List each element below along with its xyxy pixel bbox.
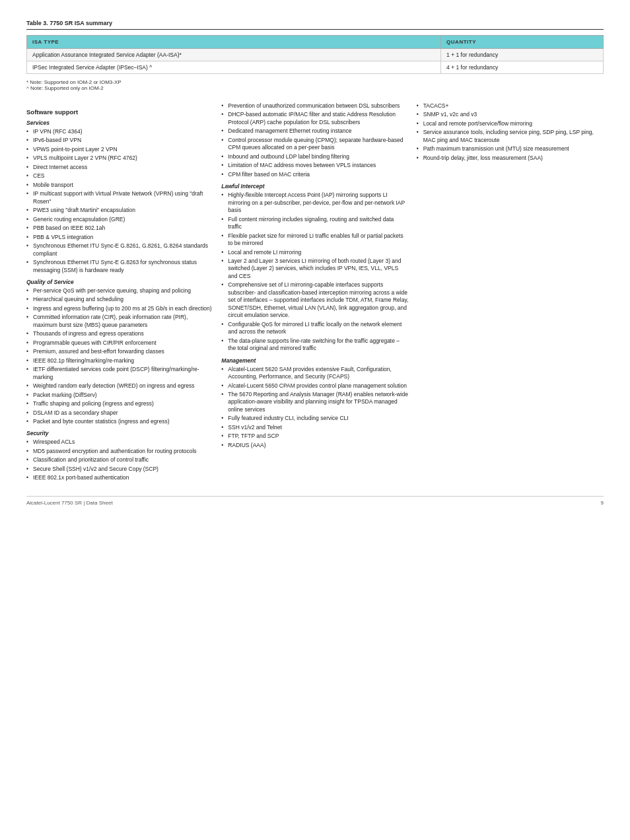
- list-item: Flexible packet size for mirrored LI tra…: [221, 232, 408, 248]
- list-item: Limitation of MAC address moves between …: [221, 161, 408, 170]
- list-item: SNMP v1, v2c and v3: [417, 110, 604, 119]
- list-item: IETF differentiated services code point …: [26, 365, 213, 382]
- list-item: Traffic shaping and policing (ingress an…: [26, 400, 213, 408]
- list-item: IEEE 802.1x port-based authentication: [26, 473, 213, 482]
- footer: Alcatel-Lucent 7750 SR | Data Sheet 9: [26, 496, 604, 506]
- list-item: Committed information rate (CIR), peak i…: [26, 313, 213, 330]
- list-item: Packet and byte counter statistics (ingr…: [26, 417, 213, 426]
- list-item: Weighted random early detection (WRED) o…: [26, 382, 213, 390]
- list-item: Alcatel-Lucent 5620 SAM provides extensi…: [221, 365, 408, 382]
- list-item: The 5670 Reporting and Analysis Manager …: [221, 390, 408, 414]
- list-item: Full content mirroring includes signalin…: [221, 215, 408, 232]
- list-item: Fully featured industry CLI, including s…: [221, 414, 408, 423]
- list-item: Local and remote port/service/flow mirro…: [417, 120, 604, 128]
- col2: Prevention of unauthorized communication…: [221, 102, 408, 483]
- list-item: IP multicast support with Virtual Privat…: [26, 190, 213, 206]
- list-item: Classification and prioritization of con…: [26, 456, 213, 464]
- list-item: Secure Shell (SSH) v1/v2 and Secure Copy…: [26, 465, 213, 473]
- list-item: CPM filter based on MAC criteria: [221, 170, 408, 179]
- list-item: Wirespeed ACLs: [26, 438, 213, 446]
- list-item: Comprehensive set of LI mirroring-capabl…: [221, 281, 408, 320]
- list-item: Packet marking (DiffServ): [26, 391, 213, 400]
- list-item: Premium, assured and best-effort forward…: [26, 347, 213, 356]
- bullet-list: Prevention of unauthorized communication…: [221, 102, 408, 179]
- list-item: Per-service QoS with per-service queuing…: [26, 287, 213, 295]
- subsection-title: Services: [26, 120, 213, 126]
- list-item: Hierarchical queuing and scheduling: [26, 295, 213, 304]
- subsection-title: Quality of Service: [26, 279, 213, 285]
- bullet-list: Wirespeed ACLsMD5 password encryption an…: [26, 438, 213, 482]
- list-item: Mobile transport: [26, 181, 213, 190]
- list-item: Inbound and outbound LDP label binding f…: [221, 153, 408, 161]
- list-item: Highly-flexible Intercept Access Point (…: [221, 191, 408, 215]
- bullet-list: Per-service QoS with per-service queuing…: [26, 287, 213, 427]
- col1: Software support ServicesIP VPN (RFC 436…: [26, 102, 213, 483]
- list-item: Generic routing encapsulation (GRE): [26, 215, 213, 224]
- list-item: CES: [26, 172, 213, 180]
- list-item: TACACS+: [417, 102, 604, 110]
- col3: TACACS+SNMP v1, v2c and v3Local and remo…: [417, 102, 604, 483]
- table-notes: * Note: Supported on IOM-2 or IOM3-XP^ N…: [26, 79, 604, 91]
- list-item: Dedicated management Ethernet routing in…: [221, 127, 408, 135]
- software-support-title: Software support: [26, 108, 213, 116]
- table-cell: 4 + 1 for redundancy: [441, 61, 604, 74]
- col-quantity: QUANTITY: [441, 36, 604, 49]
- footer-page: 9: [601, 500, 604, 506]
- list-item: Layer 2 and Layer 3 services LI mirrorin…: [221, 257, 408, 281]
- list-item: VPWS point-to-point Layer 2 VPN: [26, 145, 213, 154]
- list-item: RADIUS (AAA): [221, 441, 408, 450]
- list-item: Round-trip delay, jitter, loss measureme…: [417, 154, 604, 162]
- bullet-list: IP VPN (RFC 4364)IPv6-based IP VPNVPWS p…: [26, 127, 213, 275]
- subsection-title: Management: [221, 357, 408, 364]
- bullet-list: Highly-flexible Intercept Access Point (…: [221, 191, 408, 353]
- list-item: SSH v1/v2 and Telnet: [221, 423, 408, 432]
- list-item: PBB based on IEEE 802.1ah: [26, 224, 213, 232]
- table-cell: Application Assurance Integrated Service…: [27, 49, 441, 61]
- list-item: Direct Internet access: [26, 163, 213, 172]
- table-title: Table 3. 7750 SR ISA summary: [26, 20, 604, 30]
- list-item: Path maximum transmission unit (MTU) siz…: [417, 145, 604, 153]
- list-item: Alcatel-Lucent 5650 CPAM provides contro…: [221, 382, 408, 390]
- subsection-title: Lawful Intercept: [221, 183, 408, 190]
- list-item: Synchronous Ethernet ITU Sync-E G.8263 f…: [26, 258, 213, 275]
- col-isa-type: ISA TYPE: [27, 36, 441, 49]
- list-item: PBB & VPLS integration: [26, 233, 213, 242]
- list-item: Configurable QoS for mirrored LI traffic…: [221, 320, 408, 337]
- list-item: DSLAM ID as a secondary shaper: [26, 409, 213, 417]
- list-item: Ingress and egress buffering (up to 200 …: [26, 304, 213, 313]
- list-item: VPLS multipoint Layer 2 VPN (RFC 4762): [26, 154, 213, 162]
- list-item: Programmable queues with CIR/PIR enforce…: [26, 339, 213, 347]
- list-item: IPv6-based IP VPN: [26, 136, 213, 145]
- footer-brand: Alcatel-Lucent 7750 SR | Data Sheet: [26, 500, 113, 506]
- table-cell: 1 + 1 for redundancy: [441, 49, 604, 61]
- subsection-title: Security: [26, 430, 213, 437]
- list-item: The data-plane supports line-rate switch…: [221, 337, 408, 353]
- list-item: IP VPN (RFC 4364): [26, 127, 213, 136]
- list-item: PWE3 using "draft Martini" encapsulation: [26, 206, 213, 215]
- list-item: Prevention of unauthorized communication…: [221, 102, 408, 110]
- bullet-list: Alcatel-Lucent 5620 SAM provides extensi…: [221, 365, 408, 450]
- list-item: Synchronous Ethernet ITU Sync-E G.8261, …: [26, 242, 213, 258]
- table-cell: IPSec Integrated Service Adapter (IPSec–…: [27, 61, 441, 74]
- list-item: MD5 password encryption and authenticati…: [26, 447, 213, 456]
- content-area: Software support ServicesIP VPN (RFC 436…: [26, 102, 604, 483]
- list-item: Control processor module queuing (CPMQ);…: [221, 136, 408, 153]
- list-item: Local and remote LI mirroring: [221, 248, 408, 257]
- list-item: IEEE 802.1p filtering/marking/re-marking: [26, 357, 213, 365]
- list-item: Service assurance tools, including servi…: [417, 128, 604, 145]
- isa-table: ISA TYPE QUANTITY Application Assurance …: [26, 35, 604, 74]
- bullet-list: TACACS+SNMP v1, v2c and v3Local and remo…: [417, 102, 604, 162]
- list-item: Thousands of ingress and egress operatio…: [26, 330, 213, 338]
- list-item: DHCP-based automatic IP/MAC filter and s…: [221, 110, 408, 127]
- list-item: FTP, TFTP and SCP: [221, 432, 408, 440]
